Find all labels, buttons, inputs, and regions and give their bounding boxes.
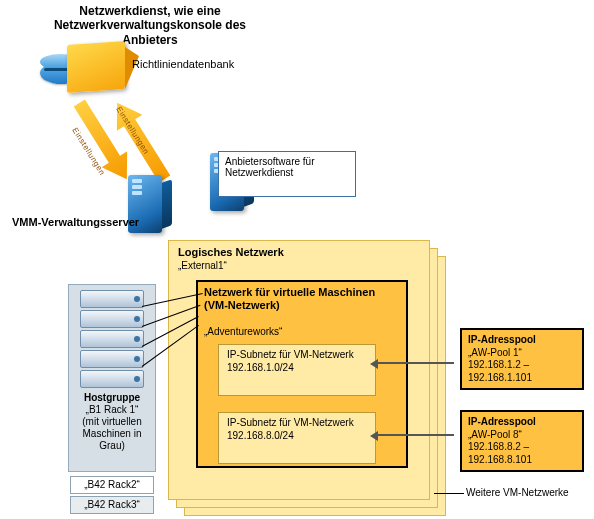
more-vm-pointer (434, 493, 464, 494)
ip-pool-range: 192.168.8.2 – 192.168.8.101 (468, 441, 532, 465)
rack-unit-icon (80, 330, 144, 348)
rack-other-box: „B42 Rack2“ (70, 476, 154, 494)
management-console-icon (67, 41, 125, 93)
vm-network-name: „Adventureworks“ (204, 326, 282, 337)
pool-to-subnet-arrow (378, 434, 454, 436)
host-group-heading: Hostgruppe (84, 392, 140, 403)
more-vm-networks-label: Weitere VM-Netzwerke (466, 487, 569, 498)
rack-unit-icon (80, 350, 144, 368)
ip-pool-name: „AW-Pool 8“ (468, 429, 522, 440)
ip-pool-box: IP-Adresspool „AW-Pool 1“ 192.168.1.2 – … (460, 328, 584, 390)
host-group-note: (mit virtuellen Maschinen in Grau) (82, 416, 141, 451)
pool-to-subnet-arrow (378, 362, 454, 364)
policy-database-label: Richtliniendatenbank (132, 58, 234, 70)
vmm-server-label: VMM-Verwaltungsserver (12, 216, 152, 228)
logical-network-title: Logisches Netzwerk (178, 246, 284, 258)
ip-subnet-cidr: 192.168.1.0/24 (227, 362, 294, 373)
vm-network-title: Netzwerk für virtuelle Maschinen (VM-Net… (204, 286, 394, 312)
rack-other-box: „B42 Rack3“ (70, 496, 154, 514)
ip-subnet-cidr: 192.168.8.0/24 (227, 430, 294, 441)
rack-servers-icon (80, 290, 142, 388)
ip-pool-heading: IP-Adresspool (468, 334, 536, 345)
logical-network-name: „External1“ (178, 260, 227, 271)
rack-unit-icon (80, 310, 144, 328)
ip-subnet-label: IP-Subnetz für VM-Netzwerk (227, 349, 354, 360)
ip-subnet-label: IP-Subnetz für VM-Netzwerk (227, 417, 354, 428)
ip-pool-heading: IP-Adresspool (468, 416, 536, 427)
diagram-title: Netzwerkdienst, wie eine Netzwerkverwalt… (35, 4, 265, 47)
ip-pool-name: „AW-Pool 1“ (468, 347, 522, 358)
ip-pool-range: 192.168.1.2 – 192.168.1.101 (468, 359, 532, 383)
host-group-label: Hostgruppe „B1 Rack 1“ (mit virtuellen M… (72, 392, 152, 452)
ip-subnet-box: IP-Subnetz für VM-Netzwerk 192.168.1.0/2… (218, 344, 376, 396)
rack-unit-icon (80, 290, 144, 308)
ip-pool-box: IP-Adresspool „AW-Pool 8“ 192.168.8.2 – … (460, 410, 584, 472)
ip-subnet-box: IP-Subnetz für VM-Netzwerk 192.168.8.0/2… (218, 412, 376, 464)
host-group-name: „B1 Rack 1“ (86, 404, 139, 415)
rack-unit-icon (80, 370, 144, 388)
provider-software-box: Anbietersoftware für Netzwerkdienst (218, 151, 356, 197)
